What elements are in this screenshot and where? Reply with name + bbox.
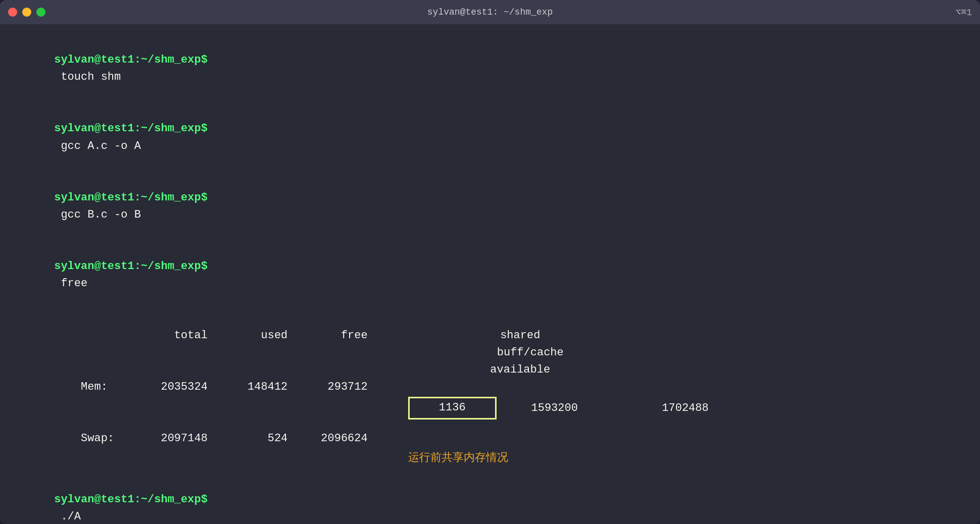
prompt-3: sylvan@test1:~/shm_exp$ <box>54 191 208 204</box>
right-swap-before <box>408 420 709 437</box>
prompt-4: sylvan@test1:~/shm_exp$ <box>54 260 208 273</box>
keyboard-shortcut: ⌥⌘1 <box>956 7 972 18</box>
cmd-line-free-before: sylvan@test1:~/shm_exp$ free <box>14 241 966 309</box>
terminal-body[interactable]: sylvan@test1:~/shm_exp$ touch shm sylvan… <box>0 24 980 524</box>
cmd-line-1: sylvan@test1:~/shm_exp$ touch shm <box>14 34 966 103</box>
cmd-run-a: sylvan@test1:~/shm_exp$ ./A <box>14 474 966 524</box>
cmd-line-3: sylvan@test1:~/shm_exp$ gcc B.c -o B <box>14 172 966 241</box>
free-mem-row-before: Mem: 2035324 148412 293712 <box>14 361 368 413</box>
right-mem-values-before: 1136 1593200 1702488 <box>408 397 709 420</box>
available-value-before: 1702488 <box>608 402 709 414</box>
free-header-before: total used free <box>14 310 368 361</box>
close-button[interactable] <box>8 8 17 17</box>
window-title: sylvan@test1: ~/shm_exp <box>427 7 553 17</box>
free-table-before-section: total used free Mem: 2035324 148412 2937… <box>14 310 966 465</box>
buffcache-value-before: 1593200 <box>497 402 608 414</box>
terminal-window: sylvan@test1: ~/shm_exp ⌥⌘1 sylvan@test1… <box>0 0 980 524</box>
maximize-button[interactable] <box>36 8 45 17</box>
prompt-2: sylvan@test1:~/shm_exp$ <box>54 122 208 135</box>
prompt-5: sylvan@test1:~/shm_exp$ <box>54 493 208 506</box>
annotation-before: 运行前共享内存情况 <box>408 450 709 465</box>
shared-box-before: 1136 <box>408 397 497 420</box>
prompt-1: sylvan@test1:~/shm_exp$ <box>54 54 208 66</box>
traffic-lights <box>8 8 45 17</box>
shared-annotation-before: shared buff/cache available 1136 1593200… <box>368 310 709 465</box>
cmd-line-2: sylvan@test1:~/shm_exp$ gcc A.c -o A <box>14 103 966 172</box>
titlebar: sylvan@test1: ~/shm_exp ⌥⌘1 <box>0 0 980 24</box>
shared-value-before: 1136 <box>419 400 486 416</box>
free-table-before-col: total used free Mem: 2035324 148412 2937… <box>14 310 368 465</box>
spacer-1 <box>14 465 966 474</box>
minimize-button[interactable] <box>22 8 31 17</box>
free-swap-row-before: Swap: 2097148 524 2096624 <box>14 413 368 464</box>
right-header-before: shared buff/cache available <box>408 310 709 396</box>
